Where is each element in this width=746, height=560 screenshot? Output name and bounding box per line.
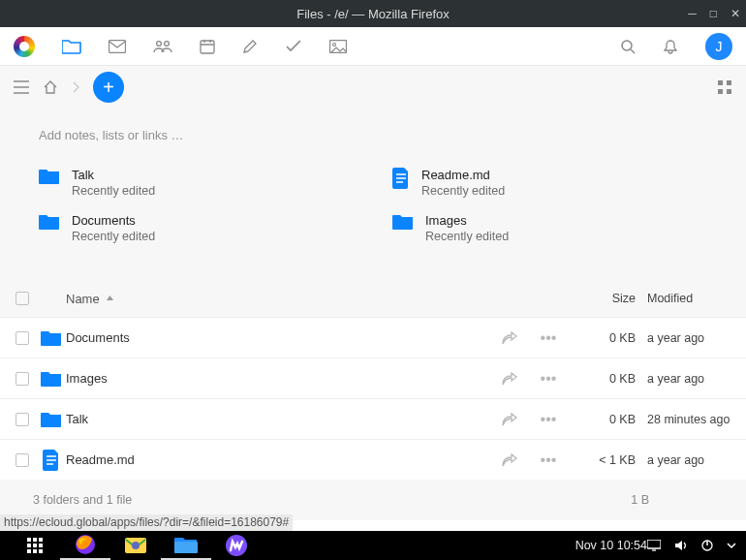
share-icon[interactable] xyxy=(490,413,529,426)
taskbar-files-icon[interactable] xyxy=(161,531,211,560)
svg-rect-10 xyxy=(727,89,731,94)
table-row[interactable]: Images ••• 0 KB a year ago xyxy=(0,358,746,398)
mail-app-icon[interactable] xyxy=(109,40,126,53)
recent-item[interactable]: Images Recently edited xyxy=(392,213,707,243)
view-grid-icon[interactable] xyxy=(717,79,732,95)
svg-rect-23 xyxy=(174,542,198,553)
notes-hint[interactable]: Add notes, lists or links … xyxy=(39,128,707,142)
file-size: 0 KB xyxy=(568,372,636,386)
svg-rect-25 xyxy=(647,540,661,548)
file-modified: a year ago xyxy=(636,331,732,345)
file-modified: a year ago xyxy=(636,372,732,386)
folder-icon xyxy=(39,213,60,231)
tray-chevron-down-icon[interactable] xyxy=(727,542,736,549)
contacts-app-icon[interactable] xyxy=(153,40,172,53)
svg-rect-0 xyxy=(109,40,126,52)
file-modified: a year ago xyxy=(636,453,732,467)
search-icon[interactable] xyxy=(620,39,636,54)
svg-point-2 xyxy=(165,41,170,46)
table-row[interactable]: Readme.md ••• < 1 KB a year ago xyxy=(0,439,746,480)
file-size: < 1 KB xyxy=(568,453,636,467)
column-modified[interactable]: Modified xyxy=(636,292,732,305)
window-minimize-icon[interactable]: ─ xyxy=(688,7,697,20)
menu-icon[interactable] xyxy=(14,80,29,94)
column-name[interactable]: Name xyxy=(66,292,490,306)
calendar-app-icon[interactable] xyxy=(200,39,215,54)
sort-asc-icon xyxy=(106,295,114,303)
files-app-icon[interactable] xyxy=(62,39,81,54)
file-size: 0 KB xyxy=(568,413,636,426)
svg-point-5 xyxy=(333,43,336,46)
tray-volume-icon[interactable] xyxy=(674,540,688,551)
tray-power-icon[interactable] xyxy=(701,540,713,551)
recent-item[interactable]: Talk Recently edited xyxy=(39,168,354,198)
more-icon[interactable]: ••• xyxy=(529,370,568,388)
column-size[interactable]: Size xyxy=(568,292,636,305)
window-controls: ─ □ ✕ xyxy=(688,7,740,20)
home-icon[interactable] xyxy=(43,79,58,95)
recent-item-name: Documents xyxy=(72,213,155,228)
svg-rect-7 xyxy=(718,80,723,85)
tray-display-icon[interactable] xyxy=(647,540,661,551)
summary-text: 3 folders and 1 file xyxy=(33,493,132,507)
folder-icon xyxy=(392,213,414,231)
breadcrumb-separator-icon xyxy=(72,81,79,93)
file-name: Talk xyxy=(66,412,490,426)
browser-status-url: https://ecloud.global/apps/files/?dir=/&… xyxy=(0,514,293,531)
brand-logo-icon[interactable] xyxy=(14,36,35,57)
recent-item-sub: Recently edited xyxy=(425,230,509,243)
new-button[interactable]: + xyxy=(93,72,124,103)
folder-icon xyxy=(39,168,60,185)
share-icon[interactable] xyxy=(490,372,529,386)
recent-item-sub: Recently edited xyxy=(72,184,155,198)
table-row[interactable]: Documents ••• 0 KB a year ago xyxy=(0,317,746,358)
app-topnav: J xyxy=(0,27,746,66)
more-icon[interactable]: ••• xyxy=(529,451,568,469)
svg-rect-14 xyxy=(27,544,31,547)
recent-item-name: Talk xyxy=(72,168,155,182)
notes-app-icon[interactable] xyxy=(242,39,258,54)
svg-point-1 xyxy=(157,41,162,46)
taskbar-clock[interactable]: Nov 10 10:54 xyxy=(575,539,647,552)
user-avatar[interactable]: J xyxy=(705,33,732,60)
share-icon[interactable] xyxy=(490,453,529,467)
taskbar-firefox-icon[interactable] xyxy=(60,531,110,560)
more-icon[interactable]: ••• xyxy=(529,329,568,347)
row-checkbox[interactable] xyxy=(16,331,29,345)
select-all-checkbox[interactable] xyxy=(16,292,29,305)
row-checkbox[interactable] xyxy=(16,372,29,386)
recent-item[interactable]: Readme.md Recently edited xyxy=(392,168,707,198)
recent-item-sub: Recently edited xyxy=(72,230,155,243)
svg-rect-19 xyxy=(39,549,43,553)
content-area: Add notes, lists or links … Talk Recentl… xyxy=(0,109,746,280)
row-checkbox[interactable] xyxy=(16,413,29,426)
table-row[interactable]: Talk ••• 0 KB 28 minutes ago xyxy=(0,398,746,439)
file-name: Readme.md xyxy=(66,452,490,467)
share-icon[interactable] xyxy=(490,331,529,345)
window-close-icon[interactable]: ✕ xyxy=(730,7,740,20)
window-maximize-icon[interactable]: □ xyxy=(710,7,717,20)
taskbar-mail-icon[interactable] xyxy=(110,531,161,560)
file-modified: 28 minutes ago xyxy=(636,413,732,426)
svg-rect-12 xyxy=(33,538,37,542)
tasks-app-icon[interactable] xyxy=(285,40,302,53)
recent-item[interactable]: Documents Recently edited xyxy=(39,213,354,243)
notifications-icon[interactable] xyxy=(663,39,678,54)
recent-grid: Talk Recently edited Readme.md Recently … xyxy=(39,168,707,243)
recent-item-name: Images xyxy=(425,213,509,228)
svg-rect-11 xyxy=(27,538,31,542)
svg-rect-3 xyxy=(201,41,214,53)
row-checkbox[interactable] xyxy=(16,453,29,467)
table-header: Name Size Modified xyxy=(0,280,746,317)
file-name: Documents xyxy=(66,330,490,345)
folder-icon xyxy=(37,370,66,388)
avatar-letter: J xyxy=(716,39,723,54)
taskbar-app-icon[interactable] xyxy=(211,531,262,560)
photos-app-icon[interactable] xyxy=(329,40,347,53)
svg-rect-9 xyxy=(718,89,723,94)
apps-grid-icon[interactable] xyxy=(10,531,60,560)
svg-rect-16 xyxy=(39,544,43,547)
more-icon[interactable]: ••• xyxy=(529,411,568,428)
file-icon xyxy=(392,168,410,189)
svg-rect-8 xyxy=(727,80,731,85)
